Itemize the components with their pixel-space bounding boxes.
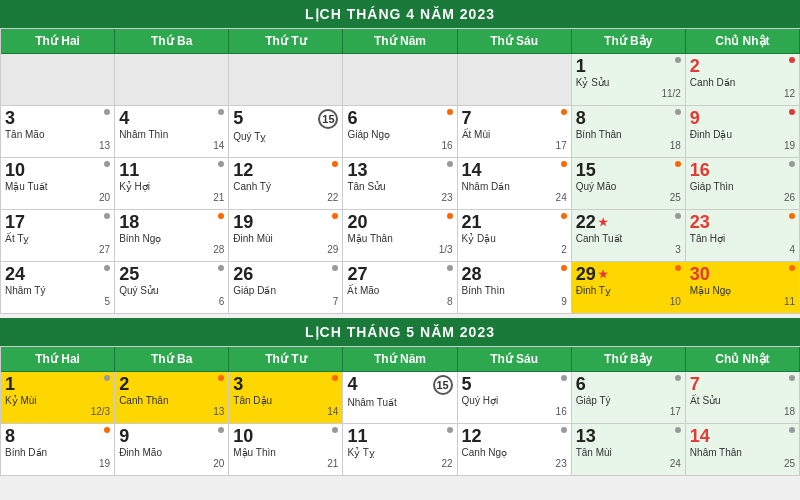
day-cell: 4 Nhâm Thìn 14 (115, 106, 229, 158)
can-chi: Nhâm Dần (462, 181, 567, 192)
can-chi: Giáp Tý (576, 395, 681, 406)
lunar-date: 10 (576, 296, 681, 308)
can-chi: Ất Mùi (462, 129, 567, 140)
day-number: 7 (462, 109, 472, 127)
day-cell: 5 Quý Hợi 16 (458, 372, 572, 424)
can-chi: Kỷ Tỵ (347, 447, 452, 458)
day-cell: 22 ★ Canh Tuất 3 (572, 210, 686, 262)
header-thu: Thứ Năm (343, 347, 457, 372)
lunar-date: 9 (462, 296, 567, 308)
dot-indicator (332, 375, 338, 381)
lunar-date: 11/2 (576, 88, 681, 100)
dot-indicator (332, 265, 338, 271)
can-chi: Ất Tỵ (5, 233, 110, 244)
day-number: 12 (462, 427, 482, 445)
can-chi: Tân Mão (5, 129, 110, 140)
can-chi: Mậu Thìn (233, 447, 338, 458)
dot-indicator (104, 213, 110, 219)
lunar-date: 5 (5, 296, 110, 308)
day-cell: 28 Bính Thìn 9 (458, 262, 572, 314)
day-cell: 5 15 Quý Tỵ (229, 106, 343, 158)
dot-indicator (218, 375, 224, 381)
day-number: 1 (576, 57, 586, 75)
dot-indicator (218, 109, 224, 115)
header-sun: Chủ Nhật (686, 347, 800, 372)
day-number: 11 (119, 161, 139, 179)
lunar-date: 22 (347, 458, 452, 470)
dot-indicator (675, 57, 681, 63)
day-cell: 8 Bính Thân 18 (572, 106, 686, 158)
dot-indicator (675, 109, 681, 115)
lunar-date: 19 (690, 140, 795, 152)
lunar-date: 20 (5, 192, 110, 204)
day-cell: 27 Ất Mão 8 (343, 262, 457, 314)
day-cell-holiday: 2 Canh Thân 13 (115, 372, 229, 424)
day-number: 13 (347, 161, 367, 179)
day-number: 5 (233, 109, 243, 127)
dot-indicator (561, 109, 567, 115)
can-chi: Đinh Tỵ (576, 285, 681, 296)
day-number: 11 (347, 427, 367, 445)
lunar-date: 11 (690, 296, 795, 308)
can-chi: Quý Tỵ (233, 131, 338, 142)
day-cell: 13 Tân Mùi 24 (572, 424, 686, 476)
day-number: 10 (5, 161, 25, 179)
day-number: 6 (347, 109, 357, 127)
day-cell: 20 Mậu Thân 1/3 (343, 210, 457, 262)
dot-indicator (561, 265, 567, 271)
circle-15: 15 (433, 375, 453, 395)
dot-indicator (789, 213, 795, 219)
circle-15: 15 (318, 109, 338, 129)
day-number: 7 (690, 375, 700, 393)
lunar-date: 13 (5, 140, 110, 152)
header-sat: Thứ Bảy (572, 347, 686, 372)
can-chi: Đinh Dậu (690, 129, 795, 140)
day-cell-holiday: 29 ★ Đinh Tỵ 10 (572, 262, 686, 314)
lunar-date: 21 (233, 458, 338, 470)
day-number: 27 (347, 265, 367, 283)
day-cell: 18 Bính Ngọ 28 (115, 210, 229, 262)
dot-indicator (561, 213, 567, 219)
day-cell: 12 Canh Ngọ 23 (458, 424, 572, 476)
header-mon: Thứ Hai (1, 29, 115, 54)
can-chi: Giáp Ngọ (347, 129, 452, 140)
dot-indicator (332, 213, 338, 219)
header-sat: Thứ Bảy (572, 29, 686, 54)
day-cell: 14 Nhâm Dần 24 (458, 158, 572, 210)
dot-indicator (218, 265, 224, 271)
day-cell: 16 Giáp Thìn 26 (686, 158, 800, 210)
can-chi: Canh Tuất (576, 233, 681, 244)
day-number: 16 (690, 161, 710, 179)
dot-indicator (675, 213, 681, 219)
day-cell: 6 Giáp Ngọ 16 (343, 106, 457, 158)
lunar-date: 8 (347, 296, 452, 308)
can-chi: Mậu Thân (347, 233, 452, 244)
april-title: LỊCH THÁNG 4 NĂM 2023 (0, 0, 800, 28)
day-number: 14 (462, 161, 482, 179)
day-number: 23 (690, 213, 710, 231)
dot-indicator (789, 427, 795, 433)
day-cell: 2 Canh Dần 12 (686, 54, 800, 106)
day-number: 29 (576, 265, 596, 283)
can-chi: Mậu Ngọ (690, 285, 795, 296)
header-fri: Thứ Sáu (458, 347, 572, 372)
day-cell: 10 Mậu Tuất 20 (1, 158, 115, 210)
can-chi: Giáp Dần (233, 285, 338, 296)
lunar-date: 20 (119, 458, 224, 470)
day-number: 9 (690, 109, 700, 127)
dot-indicator (332, 427, 338, 433)
lunar-date: 1/3 (347, 244, 452, 256)
dot-indicator (789, 109, 795, 115)
dot-indicator (789, 57, 795, 63)
day-number: 2 (690, 57, 700, 75)
lunar-date: 19 (5, 458, 110, 470)
day-number: 12 (233, 161, 253, 179)
day-cell-holiday: 1 Kỷ Mùi 12/3 (1, 372, 115, 424)
can-chi: Tân Hợi (690, 233, 795, 244)
day-cell: 24 Nhâm Tý 5 (1, 262, 115, 314)
can-chi: Bính Dần (5, 447, 110, 458)
day-number: 25 (119, 265, 139, 283)
day-number: 8 (5, 427, 15, 445)
day-number: 26 (233, 265, 253, 283)
day-cell: 19 Đinh Mùi 29 (229, 210, 343, 262)
